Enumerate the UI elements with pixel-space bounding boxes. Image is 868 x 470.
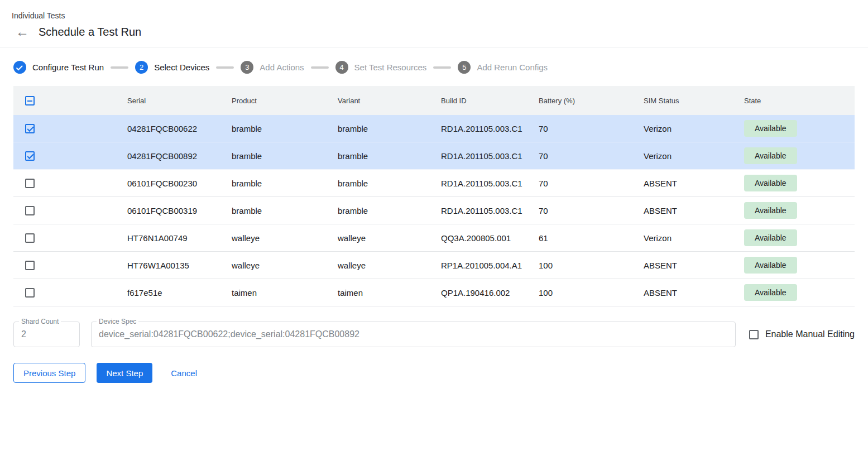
state-badge: Available — [744, 229, 797, 246]
step-done-circle — [13, 61, 26, 74]
cell-battery: 100 — [539, 261, 644, 270]
breadcrumb: Individual Tests — [12, 11, 855, 20]
shard-device-form: Shard Count 2 Device Spec device_serial:… — [13, 322, 855, 347]
cell-battery: 70 — [539, 151, 644, 161]
previous-step-button[interactable]: Previous Step — [13, 363, 85, 383]
step-label: Add Rerun Configs — [477, 63, 548, 72]
cell-sim-status: Verizon — [644, 151, 744, 161]
select-all-checkbox[interactable] — [25, 96, 35, 105]
row-checkbox[interactable] — [25, 179, 35, 188]
cell-variant: bramble — [338, 179, 441, 188]
cell-build-id: RP1A.201005.004.A1 — [441, 261, 539, 270]
column-header-sim-status: SIM Status — [644, 97, 744, 105]
cell-variant: walleye — [338, 261, 441, 270]
table-row[interactable]: 04281FQCB00622 bramble bramble RD1A.2011… — [13, 115, 855, 142]
cell-variant: bramble — [338, 151, 441, 161]
device-spec-value: device_serial:04281FQCB00622;device_seri… — [92, 329, 367, 339]
step-add-rerun-configs[interactable]: 5 Add Rerun Configs — [458, 61, 548, 74]
step-set-test-resources[interactable]: 4 Set Test Resources — [335, 61, 427, 74]
cell-variant: taimen — [338, 288, 441, 298]
shard-count-field[interactable]: Shard Count 2 — [13, 322, 80, 347]
cell-product: walleye — [232, 233, 338, 243]
cell-sim-status: ABSENT — [644, 179, 744, 188]
step-number-circle: 3 — [241, 61, 253, 74]
step-connector — [216, 66, 234, 69]
row-checkbox[interactable] — [25, 288, 35, 298]
cell-battery: 100 — [539, 288, 644, 298]
cell-product: bramble — [232, 124, 338, 133]
shard-count-label: Shard Count — [19, 318, 61, 325]
state-badge: Available — [744, 284, 797, 301]
state-badge: Available — [744, 120, 797, 137]
enable-manual-editing-checkbox[interactable] — [749, 330, 759, 339]
step-label: Set Test Resources — [354, 63, 427, 72]
table-row[interactable]: HT76W1A00135 walleye walleye RP1A.201005… — [13, 252, 855, 279]
cell-battery: 61 — [539, 233, 644, 243]
cell-serial: HT76N1A00749 — [127, 233, 232, 243]
page-title: Schedule a Test Run — [39, 26, 141, 39]
column-header-state: State — [744, 97, 855, 105]
enable-manual-editing[interactable]: Enable Manual Editing — [749, 329, 855, 339]
device-spec-field[interactable]: Device Spec device_serial:04281FQCB00622… — [91, 322, 736, 347]
cell-build-id: RD1A.201105.003.C1 — [441, 179, 539, 188]
step-number-circle: 4 — [335, 61, 348, 74]
step-number-circle: 2 — [135, 61, 148, 74]
cell-variant: bramble — [338, 124, 441, 133]
step-configure-test-run[interactable]: Configure Test Run — [13, 61, 104, 74]
cell-serial: 06101FQCB00319 — [127, 206, 232, 215]
table-row[interactable]: 06101FQCB00230 bramble bramble RD1A.2011… — [13, 170, 855, 197]
row-checkbox[interactable] — [25, 124, 35, 133]
cell-battery: 70 — [539, 179, 644, 188]
step-label: Add Actions — [260, 63, 304, 72]
cell-sim-status: Verizon — [644, 233, 744, 243]
cell-serial: f617e51e — [127, 288, 232, 298]
cell-serial: 04281FQCB00622 — [127, 124, 232, 133]
column-header-battery: Battery (%) — [539, 97, 644, 105]
table-row[interactable]: 04281FQCB00892 bramble bramble RD1A.2011… — [13, 142, 855, 170]
page-header: Individual Tests ← Schedule a Test Run — [0, 0, 868, 47]
step-connector — [433, 66, 451, 69]
state-badge: Available — [744, 175, 797, 191]
column-header-serial: Serial — [127, 97, 232, 105]
row-checkbox[interactable] — [25, 261, 35, 270]
cell-sim-status: ABSENT — [644, 261, 744, 270]
next-step-button[interactable]: Next Step — [97, 363, 152, 383]
table-row[interactable]: f617e51e taimen taimen QP1A.190416.002 1… — [13, 279, 855, 306]
row-checkbox[interactable] — [25, 233, 35, 243]
cell-build-id: RD1A.201105.003.C1 — [441, 124, 539, 133]
table-row[interactable]: HT76N1A00749 walleye walleye QQ3A.200805… — [13, 224, 855, 252]
enable-manual-editing-label: Enable Manual Editing — [765, 329, 855, 339]
step-add-actions[interactable]: 3 Add Actions — [241, 61, 304, 74]
cell-battery: 70 — [539, 206, 644, 215]
cell-variant: walleye — [338, 233, 441, 243]
device-table: Serial Product Variant Build ID Battery … — [13, 86, 855, 306]
column-header-build-id: Build ID — [441, 97, 539, 105]
cancel-button[interactable]: Cancel — [164, 363, 204, 383]
step-number-circle: 5 — [458, 61, 471, 74]
step-label: Select Devices — [154, 63, 209, 72]
cell-build-id: QQ3A.200805.001 — [441, 233, 539, 243]
action-buttons: Previous Step Next Step Cancel — [13, 363, 855, 383]
cell-build-id: QP1A.190416.002 — [441, 288, 539, 298]
state-badge: Available — [744, 202, 797, 219]
cell-battery: 70 — [539, 124, 644, 133]
step-connector — [111, 66, 128, 69]
step-select-devices[interactable]: 2 Select Devices — [135, 61, 209, 74]
row-checkbox[interactable] — [25, 151, 35, 161]
step-connector — [311, 66, 329, 69]
cell-product: bramble — [232, 151, 338, 161]
cell-sim-status: Verizon — [644, 124, 744, 133]
back-arrow-icon[interactable]: ← — [15, 25, 30, 39]
column-header-variant: Variant — [338, 97, 441, 105]
cell-product: bramble — [232, 179, 338, 188]
table-row[interactable]: 06101FQCB00319 bramble bramble RD1A.2011… — [13, 197, 855, 224]
cell-build-id: RD1A.201105.003.C1 — [441, 206, 539, 215]
cell-build-id: RD1A.201105.003.C1 — [441, 151, 539, 161]
cell-product: bramble — [232, 206, 338, 215]
cell-sim-status: ABSENT — [644, 206, 744, 215]
row-checkbox[interactable] — [25, 206, 35, 215]
step-label: Configure Test Run — [32, 63, 104, 72]
cell-product: taimen — [232, 288, 338, 298]
state-badge: Available — [744, 147, 797, 164]
cell-product: walleye — [232, 261, 338, 270]
